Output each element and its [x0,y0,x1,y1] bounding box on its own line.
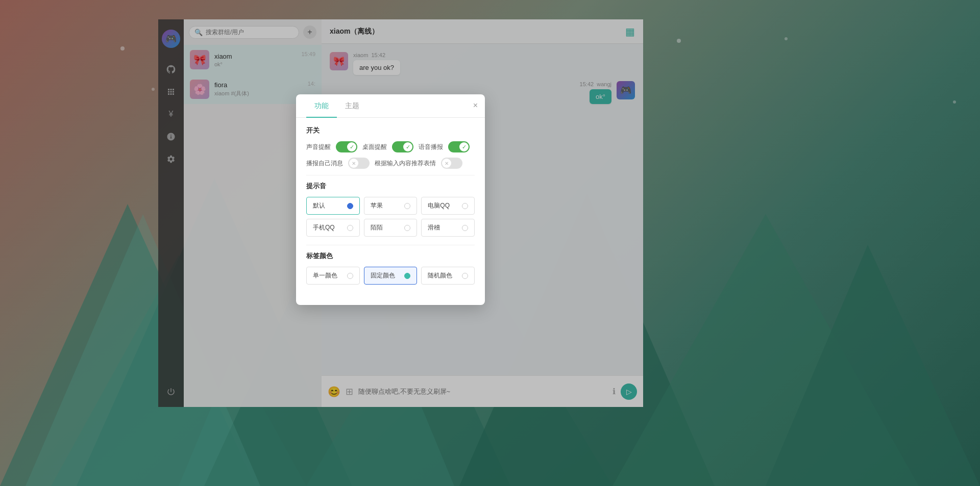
toggle-label-self: 播报自己消息 [306,159,343,168]
switches-section-title: 开关 [306,126,475,135]
sound-section-title: 提示音 [306,182,475,191]
toggle-voice[interactable]: ✓ [448,141,470,152]
label-color-label: 单一颜色 [313,271,337,280]
radio-dot [347,203,353,209]
radio-dot-selected [404,273,410,279]
modal-tabs: 功能 主题 [296,94,485,118]
tab-theme[interactable]: 主题 [337,94,368,118]
radio-dot [462,273,468,279]
sound-option-label: 滑稽 [428,223,440,232]
radio-dot [404,225,410,231]
label-color-title: 标签颜色 [306,251,475,261]
label-color-fixed[interactable]: 固定颜色 [364,267,418,285]
sound-option-label: 默认 [313,201,325,210]
sound-option-apple[interactable]: 苹果 [364,197,418,215]
label-color-single[interactable]: 单一颜色 [306,267,360,285]
sound-option-default[interactable]: 默认 [306,197,360,215]
label-color-grid: 单一颜色 固定颜色 随机颜色 [306,267,475,285]
toggle-label-voice: 语音播报 [419,143,443,151]
toggle-knob-off: ✕ [349,159,358,168]
sound-option-sliding[interactable]: 滑稽 [421,219,475,237]
section-divider [306,175,475,175]
settings-modal: × 功能 主题 开关 声音提醒 ✓ 桌面提醒 ✓ 语音播报 ✓ 播报自己消息 [296,94,485,305]
toggle-label-desktop: 桌面提醒 [362,143,387,151]
sound-option-label: 电脑QQ [428,201,450,210]
radio-dot [404,203,410,209]
toggle-sound[interactable]: ✓ [336,141,357,152]
toggle-emoji-suggest[interactable]: ✕ [441,158,462,169]
sound-option-momo[interactable]: 陌陌 [364,219,418,237]
modal-overlay[interactable] [0,0,980,486]
tab-features[interactable]: 功能 [306,94,337,118]
label-color-label: 固定颜色 [371,271,395,280]
label-color-label: 随机颜色 [428,271,452,280]
sound-option-label: 苹果 [371,201,383,210]
section-divider-2 [306,245,475,245]
modal-body: 开关 声音提醒 ✓ 桌面提醒 ✓ 语音播报 ✓ 播报自己消息 ✕ 根据输入内容推… [296,118,485,293]
radio-dot [462,203,468,209]
modal-close-button[interactable]: × [473,101,478,110]
toggle-row-2: 播报自己消息 ✕ 根据输入内容推荐表情 ✕ [306,158,475,169]
sound-option-pcqq[interactable]: 电脑QQ [421,197,475,215]
radio-dot [347,225,353,231]
sound-option-label: 手机QQ [313,223,335,232]
sound-option-mobileqq[interactable]: 手机QQ [306,219,360,237]
radio-dot [462,225,468,231]
toggle-row-1: 声音提醒 ✓ 桌面提醒 ✓ 语音播报 ✓ [306,141,475,152]
toggle-label-sound: 声音提醒 [306,143,331,151]
toggle-knob: ✓ [459,142,469,151]
sound-option-label: 陌陌 [371,223,383,232]
toggle-desktop[interactable]: ✓ [392,141,413,152]
toggle-label-emoji-suggest: 根据输入内容推荐表情 [375,159,436,168]
sound-options-grid: 默认 苹果 电脑QQ 手机QQ 陌陌 滑稽 [306,197,475,237]
label-color-random[interactable]: 随机颜色 [421,267,475,285]
toggle-self-msg[interactable]: ✕ [348,158,370,169]
toggle-knob: ✓ [403,142,412,151]
toggle-knob-off2: ✕ [442,159,451,168]
toggle-knob: ✓ [347,142,356,151]
radio-dot [347,273,353,279]
